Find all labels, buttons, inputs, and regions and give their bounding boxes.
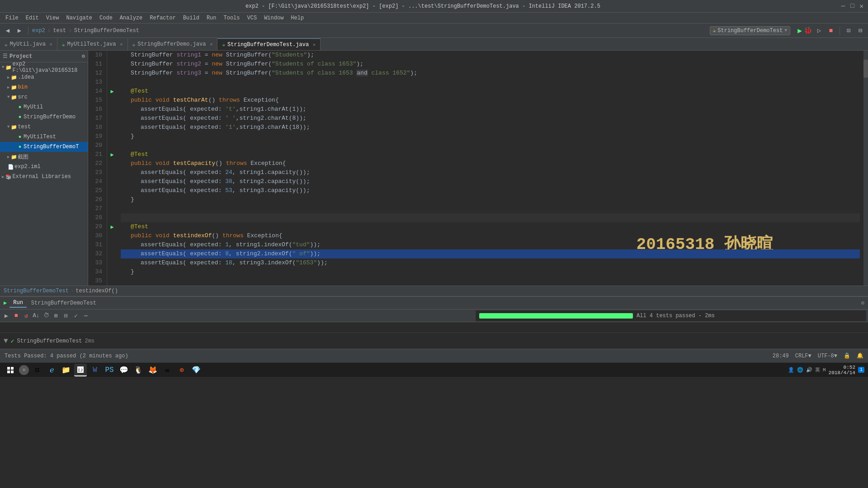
menu-run[interactable]: Run <box>203 14 220 22</box>
split-horizontal[interactable]: ⊟ <box>855 26 865 36</box>
debug-button[interactable]: 🐞 <box>804 26 812 35</box>
tab-stringbufferdemotest[interactable]: ☕ StringBufferDemoTest.java ✕ <box>217 38 321 50</box>
wechat-icon[interactable]: 💬 <box>118 364 130 376</box>
menu-help[interactable]: Help <box>287 14 307 22</box>
breadcrumb-exp2[interactable]: exp2 <box>32 28 45 34</box>
stringbufferdemotest-icon: ● <box>16 143 24 150</box>
cortana-button[interactable]: ○ <box>19 365 29 375</box>
menu-code[interactable]: Code <box>96 14 116 22</box>
task-view-button[interactable]: ⊡ <box>31 364 43 376</box>
close-button[interactable]: ✕ <box>860 2 863 10</box>
notification-center[interactable]: 1 <box>858 367 864 373</box>
show-passed[interactable]: ✓ <box>71 311 80 320</box>
coverage-button[interactable]: ▷ <box>814 26 824 36</box>
taskbar-user-icon[interactable]: 👤 <box>788 367 794 373</box>
scrollbar-thumb[interactable] <box>863 60 868 78</box>
sort-duration[interactable]: ⏱ <box>42 311 51 320</box>
toolbar-back[interactable]: ◀ <box>3 26 13 36</box>
line-col[interactable]: 28:49 <box>773 353 789 359</box>
run-gutter-21[interactable]: ▶ <box>110 151 113 158</box>
menu-refactor[interactable]: Refactor <box>146 14 179 22</box>
breadcrumb-method[interactable]: testindexOf() <box>75 288 118 294</box>
tab-myutiltest[interactable]: ☕ MyUtilTest.java ✕ <box>57 38 128 50</box>
minimize-button[interactable]: — <box>841 2 845 10</box>
toolbar-forward[interactable]: ▶ <box>14 26 24 36</box>
tree-idea[interactable]: ▶ 📁 .idea <box>0 72 88 82</box>
tree-exp2[interactable]: ▼ 📁 exp2 F:\Git\java\20165318 <box>0 62 88 72</box>
breadcrumb-file[interactable]: StringBufferDemoTest <box>74 28 139 34</box>
tab-stringbufferdemo[interactable]: ☕ StringBufferDemo.java ✕ <box>128 38 218 50</box>
tab-stringbufferdemotest-close[interactable]: ✕ <box>313 42 316 47</box>
tree-stringbufferdemotest[interactable]: ● StringBufferDemoT <box>0 142 88 152</box>
stop-button[interactable]: ■ <box>826 26 836 36</box>
menu-tools[interactable]: Tools <box>220 14 244 22</box>
idea-icon[interactable]: IJ <box>74 364 87 376</box>
menu-analyze[interactable]: Analyze <box>116 14 146 22</box>
sort-alpha[interactable]: A↓ <box>32 311 41 320</box>
rerun-failed[interactable]: ↺ <box>22 311 31 320</box>
menu-file[interactable]: File <box>2 14 22 22</box>
tree-bin[interactable]: ▶ 📁 bin <box>0 82 88 92</box>
taskbar-network-icon[interactable]: 🌐 <box>797 367 803 373</box>
taskbar-clock[interactable]: 0:52 2018/4/14 <box>829 365 855 375</box>
run-config-dropdown[interactable]: ☕ StringBufferDemoTest ▼ <box>710 26 791 35</box>
expand-all[interactable]: ⊞ <box>52 311 61 320</box>
encoding-indicator[interactable]: UTF-8▼ <box>818 353 837 359</box>
menu-edit[interactable]: Edit <box>22 14 42 22</box>
taskbar-volume-icon[interactable]: 🔊 <box>806 367 812 373</box>
breadcrumb-class[interactable]: StringBufferDemoTest <box>4 288 69 294</box>
panel-settings-icon[interactable]: ⚙ <box>861 300 864 306</box>
edge-icon[interactable]: ℯ <box>45 364 58 376</box>
tree-myutiltest[interactable]: ● MyUtilTest <box>0 132 88 142</box>
maximize-button[interactable]: □ <box>850 2 854 10</box>
firefox-icon[interactable]: 🦊 <box>146 364 159 376</box>
stop-run-button[interactable]: ■ <box>12 311 21 320</box>
split-vertical[interactable]: ⊡ <box>844 26 854 36</box>
menu-view[interactable]: View <box>42 14 63 22</box>
tab-stringbufferdemo-label: StringBufferDemo.java <box>137 41 206 47</box>
menu-build[interactable]: Build <box>179 14 203 22</box>
expand-test-arrow[interactable]: ▼ <box>4 337 8 345</box>
code-editor[interactable]: 20165318 孙晓暄 StringBuffer string1 = new … <box>117 51 863 286</box>
menu-navigate[interactable]: Navigate <box>62 14 96 22</box>
word-icon[interactable]: W <box>89 364 101 376</box>
tree-myutil[interactable]: ● MyUtil <box>0 102 88 112</box>
tree-src[interactable]: ▼ 📁 src <box>0 92 88 102</box>
run-gutter-29[interactable]: ▶ <box>110 224 113 230</box>
start-button[interactable] <box>4 363 17 377</box>
qq-icon[interactable]: 🐧 <box>132 364 145 376</box>
taskbar-lang[interactable]: 英 <box>815 366 820 373</box>
menu-vcs[interactable]: VCS <box>244 14 261 22</box>
ruby-icon[interactable]: 💎 <box>190 364 203 376</box>
mail-icon[interactable]: ✉ <box>161 364 174 376</box>
tree-screenshot[interactable]: ▶ 📁 截图 <box>0 152 88 162</box>
tab-myutil-close[interactable]: ✕ <box>50 42 52 47</box>
crlf-indicator[interactable]: CRLF▼ <box>795 353 811 359</box>
run-button[interactable]: ▶ <box>797 26 802 35</box>
status-right: 28:49 CRLF▼ UTF-8▼ 🔒 🔔 <box>773 352 863 359</box>
run-gutter-14[interactable]: ▶ <box>110 88 113 95</box>
taskbar-ime-icon[interactable]: M <box>823 367 826 373</box>
tree-external-libraries[interactable]: ▶ 📚 External Libraries <box>0 172 88 182</box>
collapse-all[interactable]: ⊟ <box>61 311 71 320</box>
test-result-name[interactable]: StringBufferDemoTest <box>17 338 82 344</box>
tab-myutil[interactable]: ☕ MyUtil.java ✕ <box>0 38 57 50</box>
menu-window[interactable]: Window <box>260 14 287 22</box>
ps-icon[interactable]: PS <box>103 364 116 376</box>
run-panel-tab[interactable]: Run <box>9 299 27 308</box>
sidebar-settings-icon[interactable]: ⚙ <box>82 53 85 60</box>
editor[interactable]: 10 11 12 13 14 15 16 17 18 19 20 21 22 2… <box>88 51 868 286</box>
lock-icon[interactable]: 🔒 <box>844 352 850 359</box>
tree-exp2iml[interactable]: 📄 exp2.iml <box>0 162 88 172</box>
tab-stringbufferdemo-close[interactable]: ✕ <box>210 42 212 47</box>
ubuntu-icon[interactable]: ⊕ <box>175 364 188 376</box>
rerun-button[interactable]: ▶ <box>2 311 11 320</box>
explorer-icon[interactable]: 📁 <box>60 364 72 376</box>
tree-test[interactable]: ▼ 📁 test <box>0 122 88 132</box>
breadcrumb-test[interactable]: test <box>53 28 66 34</box>
tree-stringbufferdemo[interactable]: ● StringBufferDemo <box>0 112 88 122</box>
notifications-icon[interactable]: 🔔 <box>857 352 863 359</box>
tab-myutiltest-close[interactable]: ✕ <box>120 42 123 47</box>
more-options[interactable]: ⋯ <box>81 311 90 320</box>
editor-scrollbar[interactable] <box>863 51 868 286</box>
